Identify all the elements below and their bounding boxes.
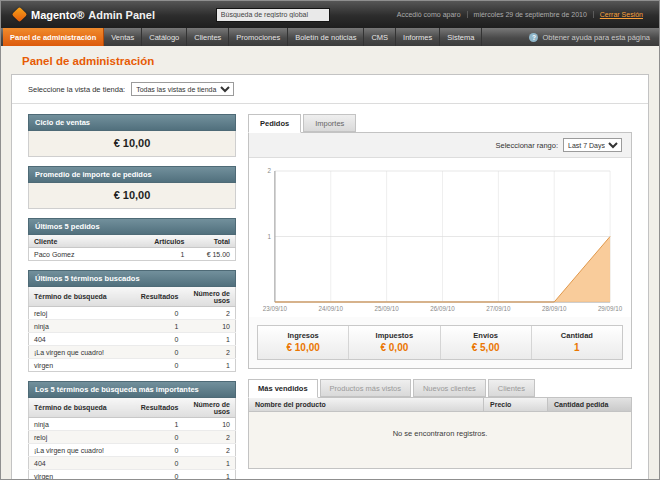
last-search-terms-table: Término de búsqueda Resultados Número de…	[28, 287, 236, 372]
dashboard-left-column: Ciclo de ventas € 10,00 Promedio de impo…	[28, 114, 236, 480]
search-term-row[interactable]: virgen 0 1	[29, 359, 236, 372]
orders-chart: 23/09/1024/09/1025/09/1026/09/1027/09/10…	[257, 165, 623, 315]
uses: 1	[184, 457, 236, 470]
search-term-row[interactable]: reloj 0 2	[29, 431, 236, 444]
uses: 2	[184, 431, 236, 444]
nav-item-newsletter[interactable]: Boletín de noticias	[288, 28, 364, 46]
term: 404	[29, 457, 136, 470]
brand-name: Magento®	[31, 9, 84, 21]
svg-text:23/09/10: 23/09/10	[263, 305, 288, 312]
col-header-term: Término de búsqueda	[29, 287, 136, 307]
brand-suffix: Admin Panel	[88, 9, 155, 21]
col-header-qty-ordered: Cantidad pedida	[547, 398, 631, 411]
dashboard: Ciclo de ventas € 10,00 Promedio de impo…	[12, 104, 648, 480]
empty-grid-message: No se encontraron registros.	[249, 412, 631, 468]
svg-text:28/09/10: 28/09/10	[542, 305, 567, 312]
svg-text:24/09/10: 24/09/10	[319, 305, 344, 312]
term: virgen	[29, 470, 136, 480]
global-search-input[interactable]	[216, 8, 330, 22]
help-icon: ?	[529, 33, 538, 42]
order-row[interactable]: Paco Gomez 1 € 15.00	[29, 248, 236, 261]
col-header-price: Precio	[483, 398, 547, 411]
results: 0	[136, 444, 184, 457]
term: reloj	[29, 431, 136, 444]
header-meta: Accedió como aparo miércoles 29 de septi…	[391, 11, 649, 18]
nav-item-system[interactable]: Sistema	[440, 28, 482, 46]
term: reloj	[29, 307, 136, 320]
term: ¡La virgen que cuadro!	[29, 346, 136, 359]
search-term-row[interactable]: ¡La virgen que cuadro! 0 2	[29, 444, 236, 457]
search-term-row[interactable]: 404 0 1	[29, 333, 236, 346]
last-search-terms-title: Últimos 5 términos buscados	[28, 270, 236, 287]
logout-link[interactable]: Cerrar Sesión	[593, 11, 649, 18]
results: 0	[136, 470, 184, 480]
results: 0	[136, 359, 184, 372]
term: ninja	[29, 320, 136, 333]
store-view-select[interactable]: Todas las vistas de tienda	[131, 82, 234, 96]
bestsellers-grid: Nombre del producto Precio Cantidad pedi…	[248, 397, 632, 469]
search-term-row[interactable]: 404 0 1	[29, 457, 236, 470]
last-orders-table: Cliente Artículos Total Paco Gomez 1 € 1…	[28, 235, 236, 261]
page-help-link[interactable]: ? Obtener ayuda para esta página	[520, 28, 659, 46]
orders-panel: Seleccionar rango: Last 7 Days 23/09/102…	[248, 132, 632, 369]
search-term-row[interactable]: ninja 1 10	[29, 418, 236, 431]
results: 0	[136, 333, 184, 346]
search-term-row[interactable]: virgen 0 1	[29, 470, 236, 480]
col-header-product-name: Nombre del producto	[249, 398, 483, 411]
search-term-row[interactable]: reloj 0 2	[29, 307, 236, 320]
uses: 10	[184, 418, 236, 431]
magento-admin-dashboard: { "icons": { "help": "?" }, "header": { …	[0, 0, 660, 480]
nav-item-catalog[interactable]: Catálogo	[142, 28, 187, 46]
nav-item-customers[interactable]: Clientes	[187, 28, 229, 46]
search-term-row[interactable]: ninja 1 10	[29, 320, 236, 333]
stat-quantity: Cantidad 1	[531, 326, 622, 359]
nav-item-dashboard[interactable]: Panel de administración	[3, 28, 104, 46]
search-term-row[interactable]: ¡La virgen que cuadro! 0 2	[29, 346, 236, 359]
range-label: Seleccionar rango:	[495, 141, 558, 150]
store-view-label: Seleccione la vista de tienda:	[28, 85, 125, 94]
stat-revenue: Ingresos € 10,00	[258, 326, 348, 359]
nav-item-promotions[interactable]: Promociones	[229, 28, 288, 46]
current-date: miércoles 29 de septiembre de 2010	[467, 11, 593, 18]
range-select[interactable]: Last 7 Days	[563, 138, 622, 152]
lifetime-sales-title: Ciclo de ventas	[28, 114, 236, 131]
content-panel: Seleccione la vista de tienda: Todas las…	[11, 74, 649, 480]
uses: 2	[184, 346, 236, 359]
grid-tabs: Más vendidos Productos más vistos Nuevos…	[248, 379, 632, 397]
uses: 1	[184, 470, 236, 480]
col-header-items: Artículos	[149, 235, 189, 248]
tab-orders[interactable]: Pedidos	[248, 114, 301, 133]
last-search-terms-box: Últimos 5 términos buscados Término de b…	[28, 270, 236, 372]
term: 404	[29, 333, 136, 346]
average-orders-box: Promedio de importe de pedidos € 10,00	[28, 166, 236, 209]
top-header: Magento®Admin Panel Accedió como aparo m…	[1, 1, 659, 28]
tab-new-customers[interactable]: Nuevos clientes	[413, 379, 486, 397]
lifetime-sales-box: Ciclo de ventas € 10,00	[28, 114, 236, 157]
bestsellers-grid-header: Nombre del producto Precio Cantidad pedi…	[249, 398, 631, 412]
uses: 10	[184, 320, 236, 333]
tab-amounts[interactable]: Importes	[303, 114, 356, 132]
last-orders-title: Últimos 5 pedidos	[28, 218, 236, 235]
store-view-bar: Seleccione la vista de tienda: Todas las…	[12, 75, 648, 104]
tab-bestsellers[interactable]: Más vendidos	[248, 379, 318, 398]
dashboard-right-column: Pedidos Importes Seleccionar rango: Last…	[248, 114, 632, 469]
col-header-uses: Número de usos	[184, 398, 236, 418]
order-items: 1	[149, 248, 189, 261]
tab-customers[interactable]: Clientes	[488, 379, 535, 397]
col-header-customer: Cliente	[29, 235, 150, 248]
tab-most-viewed[interactable]: Productos más vistos	[320, 379, 411, 397]
order-total: € 15.00	[190, 248, 236, 261]
last-orders-box: Últimos 5 pedidos Cliente Artículos Tota…	[28, 218, 236, 261]
svg-text:26/09/10: 26/09/10	[430, 305, 455, 312]
col-header-total: Total	[190, 235, 236, 248]
chart-tabs: Pedidos Importes	[248, 114, 632, 132]
orders-chart-area: 23/09/1024/09/1025/09/1026/09/1027/09/10…	[249, 158, 631, 317]
svg-text:27/09/10: 27/09/10	[486, 305, 511, 312]
range-selector-row: Seleccionar rango: Last 7 Days	[249, 133, 631, 158]
nav-item-sales[interactable]: Ventas	[104, 28, 142, 46]
nav-item-cms[interactable]: CMS	[364, 28, 396, 46]
uses: 2	[184, 444, 236, 457]
magento-logo: Magento®Admin Panel	[11, 9, 155, 21]
magento-logo-icon	[12, 7, 28, 23]
nav-item-reports[interactable]: Informes	[396, 28, 440, 46]
